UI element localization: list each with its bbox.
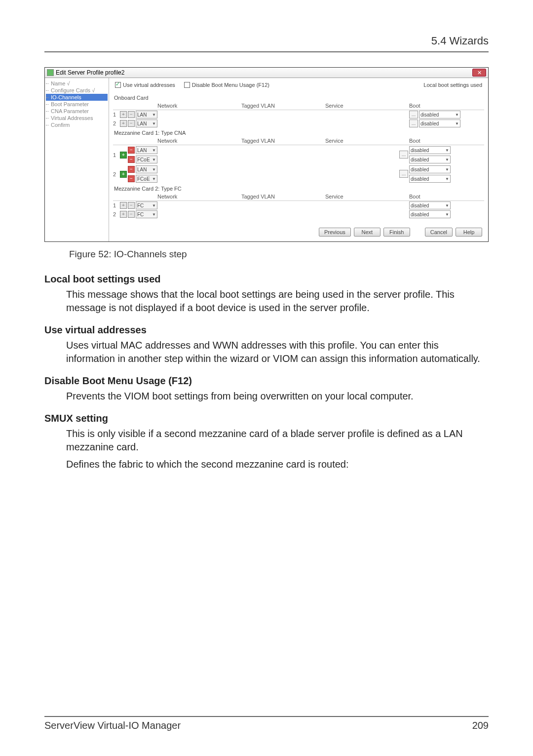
boot-select[interactable]: disabled▼ bbox=[419, 119, 460, 127]
sidebar-item-confirm[interactable]: Confirm bbox=[46, 121, 108, 128]
mezz2-grid-header: Network Tagged VLAN Service Boot bbox=[113, 193, 484, 201]
port-type-select[interactable]: FC▼ bbox=[136, 201, 157, 209]
chevron-down-icon: ▼ bbox=[455, 113, 459, 117]
port-type-select[interactable]: LAN▼ bbox=[136, 165, 157, 173]
dialog-button-row: Previous Next Finish Cancel Help bbox=[113, 228, 484, 237]
mezz1-row: 2 + − LAN▼ − FCoE▼ bbox=[113, 164, 484, 184]
boot-config-button[interactable]: … bbox=[409, 111, 418, 119]
add-icon[interactable]: + bbox=[120, 152, 127, 159]
chevron-down-icon: ▼ bbox=[152, 177, 156, 181]
boot-select[interactable]: disabled▼ bbox=[409, 210, 451, 218]
chevron-down-icon: ▼ bbox=[445, 167, 449, 172]
checkbox-icon bbox=[184, 82, 190, 88]
sidebar-item-name[interactable]: Name √ bbox=[46, 80, 108, 87]
figure-caption: Figure 52: IO-Channels step bbox=[69, 249, 489, 260]
checkbox-icon bbox=[115, 82, 121, 88]
boot-config-button[interactable]: … bbox=[409, 119, 418, 127]
add-icon[interactable]: + bbox=[120, 171, 127, 178]
help-button[interactable]: Help bbox=[456, 228, 482, 237]
sidebar-item-virtual-addresses[interactable]: Virtual Addresses bbox=[46, 115, 108, 121]
close-icon[interactable]: ✕ bbox=[472, 69, 486, 77]
boot-select[interactable]: disabled▼ bbox=[409, 156, 451, 163]
previous-button[interactable]: Previous bbox=[319, 228, 351, 237]
expand-icon[interactable]: + bbox=[120, 211, 127, 218]
onboard-card-title: Onboard Card bbox=[113, 93, 484, 102]
minus-icon[interactable]: − bbox=[128, 111, 135, 118]
term-use-virtual: Use virtual addresses bbox=[44, 323, 489, 337]
remove-icon[interactable]: − bbox=[128, 175, 135, 182]
mezz1-card-title: Mezzanine Card 1: Type CNA bbox=[113, 128, 484, 137]
remove-icon[interactable]: − bbox=[128, 156, 135, 163]
document-body: Local boot settings used This message sh… bbox=[44, 273, 489, 471]
port-type-select[interactable]: FC▼ bbox=[136, 210, 157, 218]
minus-icon[interactable]: − bbox=[128, 211, 135, 218]
sidebar-item-io-channels[interactable]: IO-Channels bbox=[46, 94, 108, 101]
port-type-select[interactable]: FCoE▼ bbox=[136, 175, 157, 183]
port-type-select[interactable]: LAN▼ bbox=[136, 146, 157, 154]
port-type-select[interactable]: LAN▼ bbox=[136, 119, 157, 127]
chevron-down-icon: ▼ bbox=[152, 212, 156, 217]
col-boot: Boot bbox=[409, 138, 473, 144]
def-smux-b: Defines the fabric to which the second m… bbox=[66, 458, 489, 471]
col-service: Service bbox=[325, 138, 409, 144]
titlebar: Edit Server Profile profile2 ✕ bbox=[45, 68, 488, 78]
chevron-down-icon: ▼ bbox=[152, 121, 156, 126]
next-button[interactable]: Next bbox=[354, 228, 381, 237]
minus-icon[interactable]: − bbox=[128, 120, 135, 127]
onboard-grid-header: Network Tagged VLAN Service Boot bbox=[113, 102, 484, 110]
boot-select[interactable]: disabled▼ bbox=[419, 111, 460, 119]
finish-button[interactable]: Finish bbox=[383, 228, 410, 237]
expand-icon[interactable]: + bbox=[120, 202, 127, 209]
sidebar-item-boot-parameter[interactable]: Boot Parameter bbox=[46, 101, 108, 108]
mezz2-row: 1 + − FC▼ disabled▼ bbox=[113, 201, 484, 210]
chevron-down-icon: ▼ bbox=[152, 203, 156, 208]
col-tagged-vlan: Tagged VLAN bbox=[241, 103, 325, 109]
chevron-down-icon: ▼ bbox=[445, 203, 449, 208]
chevron-down-icon: ▼ bbox=[152, 113, 156, 117]
use-virtual-addresses-checkbox[interactable]: Use virtual addresses bbox=[115, 82, 175, 88]
boot-config-button[interactable]: … bbox=[399, 151, 408, 159]
chevron-down-icon: ▼ bbox=[445, 148, 449, 153]
boot-config-button[interactable]: … bbox=[399, 170, 408, 178]
boot-select[interactable]: disabled▼ bbox=[409, 201, 451, 209]
footer-page-number: 209 bbox=[472, 720, 489, 731]
bottom-rule bbox=[44, 716, 489, 717]
col-tagged-vlan: Tagged VLAN bbox=[241, 194, 325, 199]
port-number: 1 bbox=[113, 112, 119, 118]
col-network: Network bbox=[157, 103, 241, 109]
col-network: Network bbox=[157, 194, 241, 199]
col-service: Service bbox=[325, 194, 409, 199]
footer-left: ServerView Virtual-IO Manager bbox=[44, 720, 181, 731]
def-disable-boot: Prevents the VIOM boot settings from bei… bbox=[66, 390, 489, 403]
chevron-down-icon: ▼ bbox=[152, 148, 156, 153]
def-smux-a: This is only visible if a second mezzani… bbox=[66, 427, 489, 454]
dialog-window: Edit Server Profile profile2 ✕ Name √ Co… bbox=[44, 67, 489, 242]
top-rule bbox=[44, 51, 489, 52]
chevron-down-icon: ▼ bbox=[445, 158, 449, 162]
page-footer: ServerView Virtual-IO Manager 209 bbox=[44, 716, 489, 731]
boot-select[interactable]: disabled▼ bbox=[409, 146, 451, 154]
sidebar-item-configure-cards[interactable]: Configure Cards √ bbox=[46, 87, 108, 94]
chevron-down-icon: ▼ bbox=[152, 167, 156, 172]
sidebar-item-cna-parameter[interactable]: CNA Parameter bbox=[46, 108, 108, 115]
main-panel: Use virtual addresses Disable Boot Menu … bbox=[109, 78, 488, 241]
minus-icon[interactable]: − bbox=[128, 202, 135, 209]
cancel-button[interactable]: Cancel bbox=[425, 228, 453, 237]
port-type-select[interactable]: FCoE▼ bbox=[136, 156, 157, 163]
term-disable-boot: Disable Boot Menu Usage (F12) bbox=[44, 374, 489, 388]
expand-icon[interactable]: + bbox=[120, 111, 127, 118]
term-local-boot: Local boot settings used bbox=[44, 273, 489, 286]
boot-select[interactable]: disabled▼ bbox=[409, 165, 451, 173]
def-use-virtual: Uses virtual MAC addresses and WWN addre… bbox=[66, 339, 489, 365]
col-network: Network bbox=[157, 138, 241, 144]
remove-icon[interactable]: − bbox=[128, 147, 135, 154]
remove-icon[interactable]: − bbox=[128, 166, 135, 173]
boot-select[interactable]: disabled▼ bbox=[409, 175, 451, 183]
port-type-select[interactable]: LAN▼ bbox=[136, 111, 157, 119]
disable-boot-menu-label: Disable Boot Menu Usage (F12) bbox=[192, 82, 269, 88]
disable-boot-menu-checkbox[interactable]: Disable Boot Menu Usage (F12) bbox=[184, 82, 269, 88]
port-number: 1 bbox=[113, 152, 119, 158]
chevron-down-icon: ▼ bbox=[445, 177, 449, 181]
chevron-down-icon: ▼ bbox=[455, 121, 459, 126]
expand-icon[interactable]: + bbox=[120, 120, 127, 127]
